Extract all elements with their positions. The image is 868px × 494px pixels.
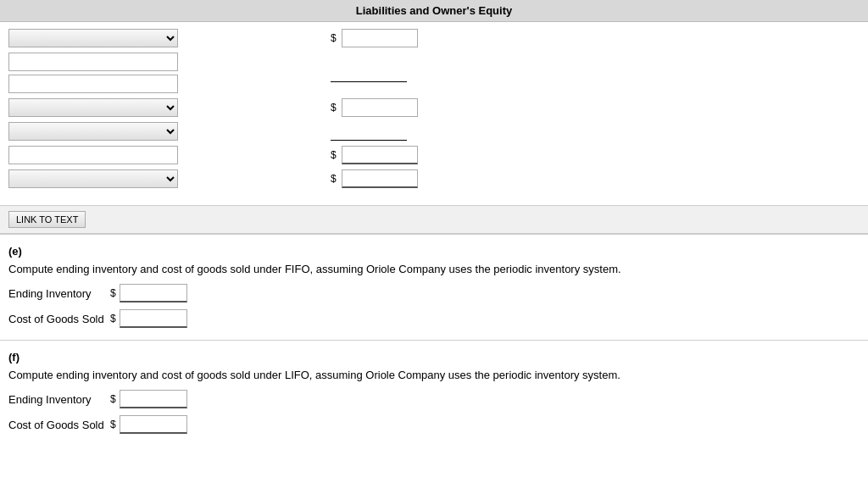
dollar-sign-3: $ [331,149,337,161]
dollar-sign-e2: $ [110,313,116,325]
cost-of-goods-field-f: $ [110,415,187,434]
section-f: (f) Compute ending inventory and cost of… [0,341,868,446]
text-input-3[interactable] [8,146,178,164]
form-row-4 [8,122,860,141]
dollar-sign-2: $ [331,102,337,114]
section-f-label: (f) [8,351,860,364]
ending-inventory-label-e: Ending Inventory [8,287,110,300]
ending-inventory-row-e: Ending Inventory $ [8,284,860,303]
ending-inventory-input-e[interactable] [120,284,187,303]
ending-inventory-field-e: $ [110,284,187,303]
form-row-6: $ [8,169,860,188]
form-row-5: $ [8,146,860,164]
section-header: Liabilities and Owner's Equity [0,0,868,22]
ending-inventory-row-f: Ending Inventory $ [8,390,860,408]
cost-of-goods-field-e: $ [110,309,187,328]
dollar-sign-f1: $ [110,393,116,405]
text-input-2[interactable] [8,75,178,93]
underline-input-2[interactable] [331,122,407,141]
dollar-sign-1: $ [331,32,337,44]
dollar-sign-f2: $ [110,419,116,430]
input-dollar-4[interactable] [342,169,418,188]
text-input-1[interactable] [8,53,178,71]
cost-of-goods-input-e[interactable] [120,309,187,328]
dollar-sign-e1: $ [110,287,116,299]
link-to-text-button[interactable]: LINK TO TEXT [8,211,86,228]
cost-of-goods-input-f[interactable] [120,415,187,434]
cost-of-goods-row-f: Cost of Goods Sold $ [8,415,860,434]
select-1[interactable] [8,29,178,47]
form-row-3: $ [8,98,860,117]
section-f-desc: Compute ending inventory and cost of goo… [8,369,860,381]
select-3[interactable] [8,122,178,141]
cost-of-goods-label-e: Cost of Goods Sold [8,313,110,325]
input-dollar-1[interactable] [342,29,418,47]
ending-inventory-label-f: Ending Inventory [8,393,110,406]
select-4[interactable] [8,169,178,188]
ending-inventory-field-f: $ [110,390,187,408]
input-dollar-2[interactable] [342,98,418,117]
select-2[interactable] [8,98,178,117]
cost-of-goods-label-f: Cost of Goods Sold [8,419,110,431]
link-to-text-bar: LINK TO TEXT [0,205,868,234]
underline-input-1[interactable] [331,64,407,82]
section-e-label: (e) [8,245,860,258]
form-row-1: $ [8,29,860,47]
section-e-desc: Compute ending inventory and cost of goo… [8,263,860,275]
ending-inventory-input-f[interactable] [120,390,187,408]
form-row-2 [8,53,860,93]
top-form-area: $ $ [0,22,868,200]
cost-of-goods-row-e: Cost of Goods Sold $ [8,309,860,328]
section-e: (e) Compute ending inventory and cost of… [0,235,868,340]
dollar-sign-4: $ [331,173,337,185]
input-dollar-3[interactable] [342,146,418,164]
